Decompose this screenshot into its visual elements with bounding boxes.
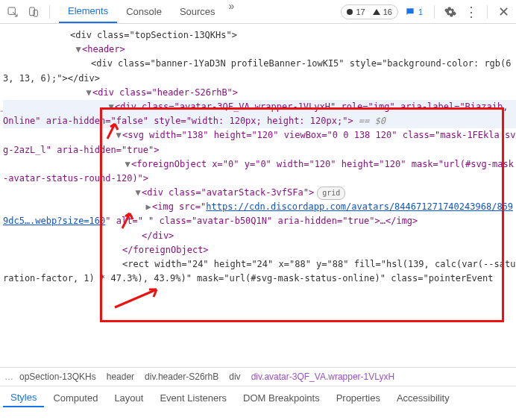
warning-count: 16	[383, 7, 392, 16]
settings-gear-icon[interactable]	[441, 2, 460, 22]
tree-row[interactable]: ▼<div class="avatarStack-3vfSFa">grid	[3, 186, 516, 200]
inspect-icon[interactable]	[3, 2, 22, 22]
tab-sources[interactable]: Sources	[171, 0, 224, 23]
tree-row[interactable]: <rect width="24" height="24" x="88" y="8…	[3, 257, 516, 286]
tree-row[interactable]: ▶<img src="https://cdn.discordapp.com/av…	[3, 200, 516, 228]
annotation-arrow-icon	[112, 285, 164, 315]
close-devtools-icon[interactable]: ✕	[494, 2, 513, 22]
expand-caret-icon[interactable]: ▼	[115, 128, 122, 142]
expand-caret-icon[interactable]: ▼	[75, 43, 82, 57]
tree-row[interactable]: ▼<foreignObject x="0" y="0" width="120" …	[3, 157, 516, 186]
breadcrumb-item-selected[interactable]: div.avatar-3QF_VA.wrapper-1VLyxH	[247, 370, 400, 383]
tree-row[interactable]: <div class="topSection-13QKHs">	[3, 28, 516, 43]
tab-computed[interactable]: Computed	[45, 389, 105, 407]
breadcrumb: … opSection-13QKHs header div.header-S26…	[0, 367, 516, 386]
tree-row[interactable]: </div>	[3, 229, 516, 243]
tree-row[interactable]: </foreignObject>	[3, 243, 516, 257]
separator	[49, 5, 50, 19]
issues-count: 1	[418, 7, 423, 16]
breadcrumb-item[interactable]: opSection-13QKHs	[15, 370, 101, 383]
device-toggle-icon[interactable]	[24, 2, 43, 22]
expand-caret-icon[interactable]: ▼	[107, 100, 115, 114]
warning-triangle-icon	[373, 9, 380, 15]
tree-row-selected[interactable]: ▼<div class="avatar-3QF_VA wrapper-1VLyx…	[3, 100, 516, 128]
error-warning-counter[interactable]: 17 16	[341, 4, 398, 19]
main-tabs: Elements Console Sources »	[59, 0, 239, 23]
tree-row[interactable]: <div class="banner-1YaD3N profileBanner-…	[3, 57, 516, 85]
issues-badge[interactable]: 1	[400, 4, 428, 19]
tab-accessibility[interactable]: Accessibility	[389, 389, 457, 407]
tab-styles[interactable]: Styles	[3, 389, 44, 407]
tab-properties[interactable]: Properties	[329, 389, 388, 407]
more-tabs-chevron-icon[interactable]: »	[224, 0, 239, 23]
expand-caret-icon[interactable]: ▼	[124, 157, 131, 172]
breadcrumb-item[interactable]: header	[102, 370, 139, 383]
breadcrumb-overflow-icon[interactable]: …	[4, 372, 13, 382]
tab-elements[interactable]: Elements	[59, 0, 117, 23]
breadcrumb-item[interactable]: div.header-S26rhB	[140, 370, 223, 383]
tab-dom-breakpoints[interactable]: DOM Breakpoints	[236, 389, 327, 407]
grid-badge[interactable]: grid	[317, 187, 345, 200]
tree-row[interactable]: ▼<header>	[3, 43, 516, 57]
error-dot-icon	[347, 9, 353, 15]
elements-tree[interactable]: ⋯ <div class="topSection-13QKHs"> ▼<head…	[0, 24, 516, 367]
tab-console[interactable]: Console	[117, 0, 171, 23]
tab-event-listeners[interactable]: Event Listeners	[152, 389, 234, 407]
error-count: 17	[356, 7, 365, 16]
separator	[487, 5, 488, 19]
expand-caret-icon[interactable]: ▼	[85, 86, 92, 100]
tree-row[interactable]: ▼<div class="header-S26rhB">	[3, 86, 516, 100]
tree-row[interactable]: ▼<svg width="138" height="120" viewBox="…	[3, 128, 516, 157]
separator	[434, 5, 435, 19]
styles-pane-tabs: Styles Computed Layout Event Listeners D…	[0, 386, 516, 409]
kebab-menu-icon[interactable]: ⋮	[462, 2, 481, 22]
tab-layout[interactable]: Layout	[107, 389, 151, 407]
breadcrumb-item[interactable]: div	[224, 370, 245, 383]
expand-caret-icon[interactable]: ▼	[134, 186, 142, 200]
expand-caret-icon[interactable]: ▶	[145, 200, 152, 214]
devtools-toolbar: Elements Console Sources » 17 16 1 ⋮ ✕	[0, 0, 516, 24]
